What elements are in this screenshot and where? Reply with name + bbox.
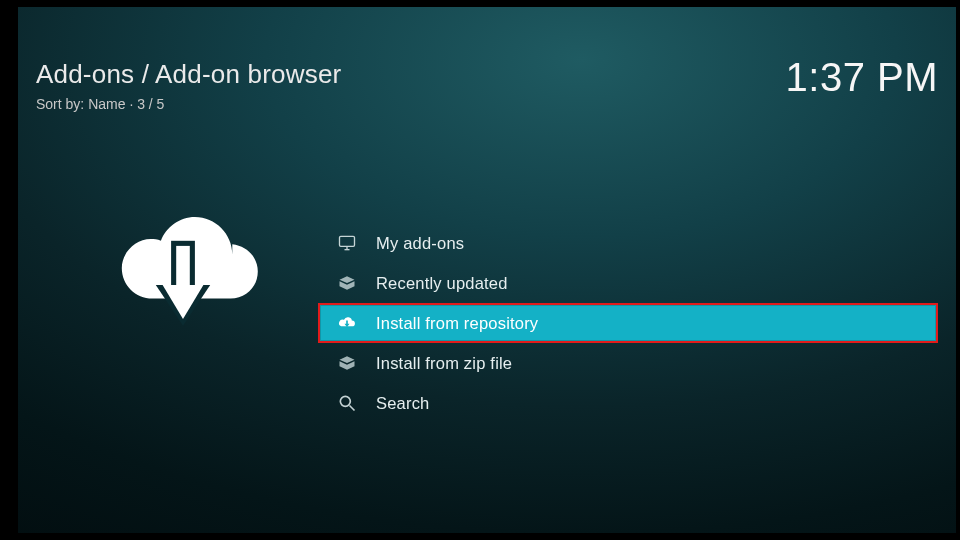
list-position: 3 / 5 [137,96,164,112]
menu-item-label: My add-ons [376,234,464,253]
cloud-download-icon [336,312,358,334]
menu-item-label: Search [376,394,429,413]
sort-info: Sort by: Name · 3 / 5 [36,96,341,112]
svg-rect-13 [340,236,355,246]
screen-icon [336,232,358,254]
menu-item-label: Install from repository [376,314,538,333]
open-box-icon [336,272,358,294]
clock: 1:37 PM [786,55,938,100]
menu-item-label: Recently updated [376,274,508,293]
sort-by-label: Sort by: Name [36,96,125,112]
menu-item-search[interactable]: Search [320,383,936,423]
menu-item-my-addons[interactable]: My add-ons [320,223,936,263]
svg-line-17 [350,406,355,411]
menu-item-recently-updated[interactable]: Recently updated [320,263,936,303]
menu-item-install-from-zip[interactable]: Install from zip file [320,343,936,383]
search-icon [336,392,358,414]
addon-browser-menu: My add-ons Recently updated Install [320,223,936,423]
svg-point-16 [340,396,350,406]
dot-separator: · [129,96,137,112]
menu-item-install-from-repository[interactable]: Install from repository [318,303,938,343]
cloud-download-icon [98,183,268,353]
breadcrumb: Add-ons / Add-on browser [36,59,341,90]
menu-item-label: Install from zip file [376,354,512,373]
open-box-icon [336,352,358,374]
